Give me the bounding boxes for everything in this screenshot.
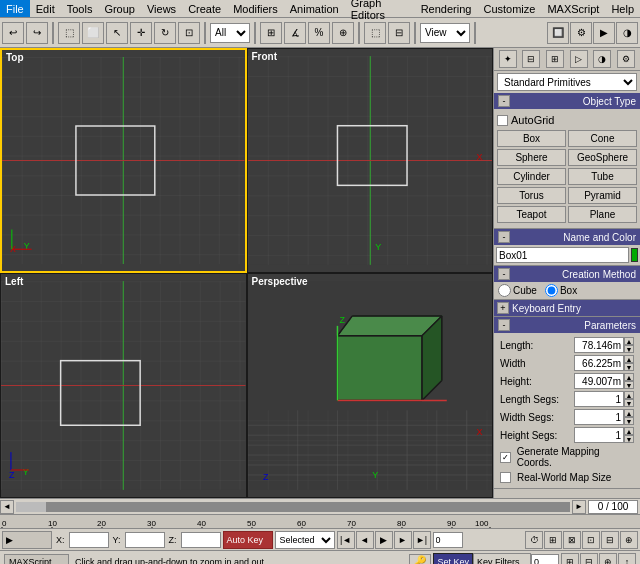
maxscript-mini-btn[interactable]: ▶ xyxy=(2,531,52,549)
scale-btn[interactable]: ⊡ xyxy=(178,22,200,44)
redo-btn[interactable]: ↪ xyxy=(26,22,48,44)
cylinder-btn[interactable]: Cylinder xyxy=(497,168,566,185)
length-down[interactable]: ▼ xyxy=(624,345,634,353)
undo-btn[interactable]: ↩ xyxy=(2,22,24,44)
menu-help[interactable]: Help xyxy=(605,0,640,17)
modify-tab[interactable]: ⊟ xyxy=(522,50,540,68)
rotate-btn[interactable]: ↻ xyxy=(154,22,176,44)
select-tool-btn[interactable]: ↖ xyxy=(106,22,128,44)
height-input[interactable] xyxy=(574,373,624,389)
render-btn[interactable]: ▶ xyxy=(593,22,615,44)
menu-file[interactable]: File xyxy=(0,0,30,17)
menu-edit[interactable]: Edit xyxy=(30,0,61,17)
percent-snap-btn[interactable]: % xyxy=(308,22,330,44)
menu-views[interactable]: Views xyxy=(141,0,182,17)
utilities-tab[interactable]: ⚙ xyxy=(617,50,635,68)
go-to-start-btn[interactable]: |◄ xyxy=(337,531,355,549)
viewport-top[interactable]: Top X Y xyxy=(0,48,247,273)
next-frame-btn[interactable]: ► xyxy=(394,531,412,549)
timecfg-btn[interactable]: ⏱ xyxy=(525,531,543,549)
keyboard-entry-expand[interactable]: + xyxy=(497,302,509,314)
hierarchy-tab[interactable]: ⊞ xyxy=(546,50,564,68)
width-spinner[interactable]: ▲ ▼ xyxy=(624,355,634,371)
height-segs-up[interactable]: ▲ xyxy=(624,427,634,435)
menu-customize[interactable]: Customize xyxy=(477,0,541,17)
viewport-perspective[interactable]: Perspective xyxy=(247,273,494,498)
width-segs-down[interactable]: ▼ xyxy=(624,417,634,425)
spinner-snap-btn[interactable]: ⊕ xyxy=(332,22,354,44)
selected-dropdown[interactable]: Selected xyxy=(275,531,335,549)
menu-rendering[interactable]: Rendering xyxy=(415,0,478,17)
name-color-collapse[interactable]: - xyxy=(498,231,510,243)
frame-input[interactable] xyxy=(433,532,463,548)
timeline-left-arrow[interactable]: ◄ xyxy=(0,500,14,514)
display-tab[interactable]: ◑ xyxy=(593,50,611,68)
pyramid-btn[interactable]: Pyramid xyxy=(568,187,637,204)
select-move-btn[interactable]: ✛ xyxy=(130,22,152,44)
menu-maxscript[interactable]: MAXScript xyxy=(541,0,605,17)
autokey-btn[interactable]: Auto Key xyxy=(223,531,273,549)
primitives-dropdown[interactable]: Standard Primitives xyxy=(497,73,637,91)
angle-snap-btn[interactable]: ∡ xyxy=(284,22,306,44)
menu-graph-editors[interactable]: Graph Editors xyxy=(345,0,415,17)
timeline-thumb[interactable] xyxy=(16,502,46,512)
height-up[interactable]: ▲ xyxy=(624,373,634,381)
selection-filter-dropdown[interactable]: All xyxy=(210,23,250,43)
z-coord-input[interactable] xyxy=(181,532,221,548)
viewport-nav-4[interactable]: ⊟ xyxy=(601,531,619,549)
menu-animation[interactable]: Animation xyxy=(284,0,345,17)
go-to-end-btn[interactable]: ►| xyxy=(413,531,431,549)
timeline-right-arrow[interactable]: ► xyxy=(572,500,586,514)
length-up[interactable]: ▲ xyxy=(624,337,634,345)
parameters-collapse[interactable]: - xyxy=(498,319,510,331)
parameters-header[interactable]: - Parameters xyxy=(494,317,640,333)
tube-btn[interactable]: Tube xyxy=(568,168,637,185)
real-world-checkbox[interactable] xyxy=(500,472,511,483)
name-color-header[interactable]: - Name and Color xyxy=(494,229,640,245)
geosphere-btn[interactable]: GeoSphere xyxy=(568,149,637,166)
object-name-input[interactable] xyxy=(496,247,629,263)
height-segs-input[interactable] xyxy=(574,427,624,443)
sphere-btn[interactable]: Sphere xyxy=(497,149,566,166)
viewport-front[interactable]: Front Y X xyxy=(247,48,494,273)
viewport-left[interactable]: Left Z Y xyxy=(0,273,247,498)
create-tab[interactable]: ✦ xyxy=(499,50,517,68)
height-segs-down[interactable]: ▼ xyxy=(624,435,634,443)
width-segs-input[interactable] xyxy=(574,409,624,425)
maxscript-label[interactable]: MAXScript... xyxy=(4,554,69,565)
select-btn[interactable]: ⬚ xyxy=(58,22,80,44)
viewport-nav-1[interactable]: ⊞ xyxy=(544,531,562,549)
render-setup-btn[interactable]: ⚙ xyxy=(570,22,592,44)
object-type-collapse[interactable]: - xyxy=(498,95,510,107)
cube-radio[interactable] xyxy=(498,284,511,297)
height-down[interactable]: ▼ xyxy=(624,381,634,389)
viewport-nav-3[interactable]: ⊡ xyxy=(582,531,600,549)
length-segs-spinner[interactable]: ▲ ▼ xyxy=(624,391,634,407)
creation-method-header[interactable]: - Creation Method xyxy=(494,266,640,282)
generate-mapping-checkbox[interactable]: ✓ xyxy=(500,452,511,463)
keyboard-entry-header[interactable]: + Keyboard Entry xyxy=(494,300,640,316)
width-down[interactable]: ▼ xyxy=(624,363,634,371)
prev-frame-btn[interactable]: ◄ xyxy=(356,531,374,549)
mirror-btn[interactable]: ⬚ xyxy=(364,22,386,44)
length-spinner[interactable]: ▲ ▼ xyxy=(624,337,634,353)
y-coord-input[interactable] xyxy=(125,532,165,548)
height-segs-spinner[interactable]: ▲ ▼ xyxy=(624,427,634,443)
status-nav-4[interactable]: ↕ xyxy=(618,553,636,565)
length-input[interactable] xyxy=(574,337,624,353)
object-color-swatch[interactable] xyxy=(631,248,638,262)
key-lock-btn[interactable]: 🔑 xyxy=(409,554,431,565)
viewport-nav-5[interactable]: ⊕ xyxy=(620,531,638,549)
plane-btn[interactable]: Plane xyxy=(568,206,637,223)
view-dropdown[interactable]: View xyxy=(420,23,470,43)
menu-modifiers[interactable]: Modifiers xyxy=(227,0,284,17)
x-coord-input[interactable] xyxy=(69,532,109,548)
length-segs-up[interactable]: ▲ xyxy=(624,391,634,399)
torus-btn[interactable]: Torus xyxy=(497,187,566,204)
object-type-header[interactable]: - Object Type xyxy=(494,93,640,109)
select-region-btn[interactable]: ⬜ xyxy=(82,22,104,44)
width-input[interactable] xyxy=(574,355,624,371)
active-shade-btn[interactable]: ◑ xyxy=(616,22,638,44)
length-segs-input[interactable] xyxy=(574,391,624,407)
menu-group[interactable]: Group xyxy=(98,0,141,17)
